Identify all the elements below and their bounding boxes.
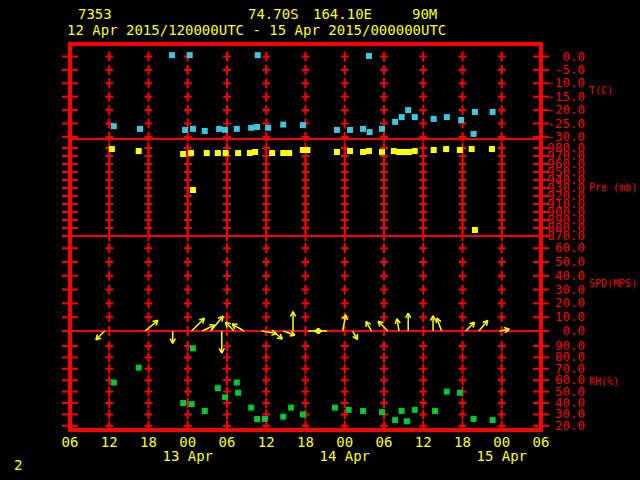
temperature-point — [392, 119, 398, 125]
hour-label: 12 — [258, 434, 275, 450]
axis-unit-label: SPD(MPS) — [589, 278, 637, 289]
hour-label: 18 — [454, 434, 471, 450]
temperature-point — [255, 52, 261, 58]
pressure-point — [280, 150, 286, 156]
pressure-point — [252, 149, 258, 155]
humidity-point — [332, 405, 338, 411]
pressure-point — [457, 147, 463, 153]
humidity-point — [222, 394, 228, 400]
y-tick-label: 50.0 — [555, 254, 585, 269]
temperature-point — [190, 126, 196, 132]
temperature-point — [334, 127, 340, 133]
axis-unit-label: T(C) — [589, 85, 613, 96]
pressure-point — [391, 148, 397, 154]
humidity-point — [248, 405, 254, 411]
humidity-point — [379, 409, 385, 415]
pressure-point — [223, 150, 229, 156]
pressure-point — [109, 146, 115, 152]
pressure-point — [286, 150, 292, 156]
pressure-point — [366, 148, 372, 154]
y-tick-label: 40.0 — [555, 268, 585, 283]
humidity-point — [444, 389, 450, 395]
humidity-point — [234, 379, 240, 385]
temperature-point — [490, 109, 496, 115]
temperature-point — [360, 126, 366, 132]
humidity-point — [490, 417, 496, 423]
temperature-point — [367, 129, 373, 135]
pressure-point — [406, 149, 412, 155]
meteogram-screen: 7353 74.70S 164.10E 90M 12 Apr 2015/1200… — [0, 0, 640, 480]
pressure-point — [180, 151, 186, 157]
temperature-point — [405, 107, 411, 113]
wind-arrow — [192, 318, 205, 331]
temperature-point — [472, 109, 478, 115]
pressure-point — [334, 149, 340, 155]
hour-label: 06 — [376, 434, 393, 450]
humidity-point — [136, 365, 142, 371]
humidity-point — [432, 408, 438, 414]
y-tick-label: 10.0 — [555, 309, 585, 324]
y-tick-label: 20.0 — [555, 295, 585, 310]
hour-label: 06 — [62, 434, 79, 450]
pressure-point — [269, 150, 275, 156]
hour-label: 06 — [533, 434, 550, 450]
humidity-point — [215, 385, 221, 391]
temperature-point — [182, 127, 188, 133]
temperature-point — [216, 126, 222, 132]
humidity-point — [392, 417, 398, 423]
pressure-point — [188, 150, 194, 156]
axis-unit-label: RH(%) — [589, 376, 619, 387]
humidity-point — [254, 416, 260, 422]
pressure-point — [204, 150, 210, 156]
temperature-point — [444, 114, 450, 120]
humidity-point — [288, 405, 294, 411]
temperature-point — [458, 117, 464, 123]
temperature-point — [169, 52, 175, 58]
hour-label: 06 — [219, 434, 236, 450]
pressure-point — [235, 150, 241, 156]
humidity-point — [360, 408, 366, 414]
humidity-point — [262, 416, 268, 422]
pressure-point — [190, 187, 196, 193]
temperature-point — [222, 127, 228, 133]
temperature-point — [137, 126, 143, 132]
axis-unit-label: Pre (mb) — [589, 182, 637, 193]
temperature-point — [347, 127, 353, 133]
humidity-point — [300, 411, 306, 417]
temperature-point — [412, 114, 418, 120]
humidity-point — [471, 416, 477, 422]
wind-arrow-head — [395, 319, 397, 324]
pressure-point — [472, 227, 478, 233]
temperature-point — [187, 52, 193, 58]
pressure-point — [489, 146, 495, 152]
pressure-point — [400, 149, 406, 155]
pressure-point — [469, 146, 475, 152]
temperature-point — [431, 116, 437, 122]
date-label: 15 Apr — [476, 448, 527, 464]
wind-arrow-head — [504, 328, 509, 330]
hour-label: 12 — [101, 434, 118, 450]
humidity-point — [190, 345, 196, 351]
pressure-point — [136, 148, 142, 154]
temperature-point — [280, 122, 286, 128]
temperature-point — [248, 125, 254, 131]
temperature-point — [300, 122, 306, 128]
temperature-point — [234, 126, 240, 132]
pressure-point — [443, 146, 449, 152]
humidity-point — [280, 414, 286, 420]
y-tick-label: 30.0 — [555, 282, 585, 297]
pressure-point — [347, 148, 353, 154]
temperature-point — [471, 131, 477, 137]
temperature-point — [366, 53, 372, 59]
page-number: 2 — [14, 457, 22, 473]
wind-arrow-head — [436, 318, 437, 323]
humidity-point — [189, 401, 195, 407]
temperature-point — [265, 125, 271, 131]
humidity-point — [180, 400, 186, 406]
pressure-point — [379, 149, 385, 155]
hour-label: 12 — [415, 434, 432, 450]
plot-svg: 0.0-5.0-10.0-15.0-20.0-25.0-30.0T(C)980.… — [0, 0, 640, 480]
humidity-point — [235, 390, 241, 396]
temperature-point — [399, 114, 405, 120]
pressure-point — [304, 147, 310, 153]
